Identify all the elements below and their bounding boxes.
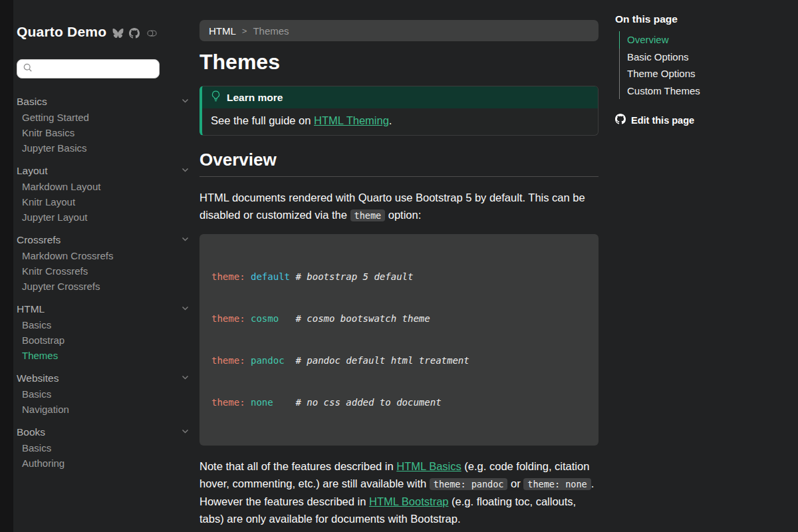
inline-code-theme-pandoc: theme: pandoc [430, 478, 508, 490]
sidebar-item-jupyter-layout[interactable]: Jupyter Layout [17, 209, 191, 225]
sidebar-item-markdown-crossrefs[interactable]: Markdown Crossrefs [17, 248, 191, 263]
chevron-down-icon[interactable] [181, 163, 190, 179]
code-line: theme:cosmo# cosmo bootswatch theme [211, 312, 587, 326]
html-basics-link[interactable]: HTML Basics [396, 460, 462, 472]
nav-section-label: Websites [17, 370, 59, 386]
nav-section-books: Books Basics Authoring [17, 424, 191, 471]
sidebar-item-books-authoring[interactable]: Authoring [17, 456, 191, 471]
sidebar-item-knitr-layout[interactable]: Knitr Layout [17, 194, 191, 209]
sidebar-item-knitr-crossrefs[interactable]: Knitr Crossrefs [17, 263, 191, 279]
sidebar-item-jupyter-crossrefs[interactable]: Jupyter Crossrefs [17, 279, 191, 294]
code-line: theme:default# bootstrap 5 default [211, 270, 587, 284]
nav-section-websites: Websites Basics Navigation [17, 370, 191, 417]
breadcrumb: HTML > Themes [200, 20, 598, 41]
theme-toggle-icon[interactable] [145, 29, 159, 38]
toc-heading: On this page [615, 13, 788, 25]
nav-section-title-basics[interactable]: Basics [17, 94, 191, 110]
text-run: Note that all of the features described … [200, 460, 396, 472]
toc-item-basic-options[interactable]: Basic Options [619, 49, 788, 66]
yaml-comment: # pandoc default html treatment [295, 355, 469, 366]
yaml-value: cosmo [251, 312, 295, 326]
yaml-key: theme: [211, 397, 245, 408]
chevron-down-icon[interactable] [181, 232, 190, 248]
yaml-value: none [251, 396, 295, 410]
sidebar-item-jupyter-basics[interactable]: Jupyter Basics [17, 140, 191, 156]
code-line: theme:none# no css added to document [211, 396, 587, 410]
chevron-down-icon[interactable] [181, 424, 190, 440]
nav-section-title-html[interactable]: HTML [17, 301, 191, 317]
chevron-down-icon[interactable] [181, 301, 190, 317]
sidebar-item-markdown-layout[interactable]: Markdown Layout [17, 179, 191, 194]
nav-section-label: Crossrefs [17, 232, 61, 248]
page-title: Themes [200, 50, 598, 74]
yaml-key: theme: [211, 271, 245, 282]
nav-section-title-layout[interactable]: Layout [17, 163, 191, 179]
sidebar-item-websites-basics[interactable]: Basics [17, 386, 191, 402]
yaml-code-block: theme:default# bootstrap 5 default theme… [200, 234, 598, 446]
yaml-comment: # cosmo bootswatch theme [295, 313, 430, 324]
overview-heading: Overview [200, 150, 598, 177]
bluesky-butterfly-icon[interactable] [112, 28, 124, 39]
callout-body: See the full guide on HTML Theming. [202, 108, 598, 135]
yaml-comment: # no css added to document [295, 397, 441, 408]
main-content: HTML > Themes Themes Learn more See the … [200, 0, 598, 532]
github-icon[interactable] [129, 28, 140, 39]
text-run: or [507, 477, 523, 489]
search-input[interactable] [37, 64, 150, 74]
nav-section-basics: Basics Getting Started Knitr Basics Jupy… [17, 94, 191, 156]
github-icon [615, 114, 626, 127]
overview-paragraph-1: HTML documents rendered with Quarto use … [200, 189, 598, 224]
search-box[interactable] [17, 59, 160, 78]
toc-item-overview[interactable]: Overview [619, 31, 788, 49]
yaml-key: theme: [211, 313, 245, 324]
callout-title: Learn more [227, 92, 283, 104]
code-line: theme:pandoc# pandoc default html treatm… [211, 354, 587, 368]
sidebar-item-books-basics[interactable]: Basics [17, 440, 191, 456]
sidebar-item-html-basics[interactable]: Basics [17, 317, 191, 332]
html-theming-link[interactable]: HTML Theming [314, 114, 389, 126]
edit-this-page-label: Edit this page [631, 115, 694, 126]
breadcrumb-current: Themes [253, 25, 289, 37]
toc-item-theme-options[interactable]: Theme Options [619, 65, 788, 82]
nav-section-crossrefs: Crossrefs Markdown Crossrefs Knitr Cross… [17, 232, 191, 294]
chevron-down-icon[interactable] [181, 370, 190, 386]
nav-section-layout: Layout Markdown Layout Knitr Layout Jupy… [17, 163, 191, 225]
yaml-key: theme: [211, 355, 245, 366]
text-run: option: [385, 209, 421, 221]
nav-section-label: Basics [17, 94, 47, 110]
sidebar-nav: Basics Getting Started Knitr Basics Jupy… [17, 94, 191, 471]
lightbulb-icon [211, 90, 221, 104]
breadcrumb-section[interactable]: HTML [209, 25, 236, 37]
chevron-down-icon[interactable] [181, 94, 190, 110]
sidebar-item-html-themes[interactable]: Themes [17, 348, 191, 363]
toc-item-custom-themes[interactable]: Custom Themes [619, 82, 788, 100]
overview-paragraph-2: Note that all of the features described … [200, 458, 598, 527]
nav-section-title-crossrefs[interactable]: Crossrefs [17, 232, 191, 248]
left-sidebar: Quarto Demo Basics Getting Started Knitr… [17, 0, 191, 532]
nav-section-title-books[interactable]: Books [17, 424, 191, 440]
html-bootstrap-link[interactable]: HTML Bootstrap [369, 495, 449, 507]
inline-code-theme-none: theme: none [523, 478, 591, 490]
callout-header: Learn more [202, 86, 598, 108]
breadcrumb-separator: > [242, 26, 247, 36]
nav-section-html: HTML Basics Bootstrap Themes [17, 301, 191, 363]
sidebar-item-getting-started[interactable]: Getting Started [17, 110, 191, 125]
yaml-value: default [251, 270, 295, 284]
yaml-comment: # bootstrap 5 default [295, 271, 413, 282]
toc-list: Overview Basic Options Theme Options Cus… [615, 31, 788, 99]
sidebar-item-websites-navigation[interactable]: Navigation [17, 402, 191, 417]
edit-this-page[interactable]: Edit this page [615, 114, 788, 127]
nav-section-label: Layout [17, 163, 48, 179]
inline-code-theme: theme [350, 209, 386, 221]
nav-section-label: HTML [17, 301, 45, 317]
sidebar-item-html-bootstrap[interactable]: Bootstrap [17, 332, 191, 348]
nav-section-title-websites[interactable]: Websites [17, 370, 191, 386]
yaml-value: pandoc [251, 354, 295, 368]
site-title[interactable]: Quarto Demo [17, 24, 106, 40]
toc-sidebar: On this page Overview Basic Options Them… [615, 0, 788, 127]
sidebar-item-knitr-basics[interactable]: Knitr Basics [17, 125, 191, 140]
learn-more-callout: Learn more See the full guide on HTML Th… [200, 86, 598, 136]
callout-text-end: . [389, 114, 392, 126]
nav-section-label: Books [17, 424, 45, 440]
search-icon [23, 63, 33, 75]
